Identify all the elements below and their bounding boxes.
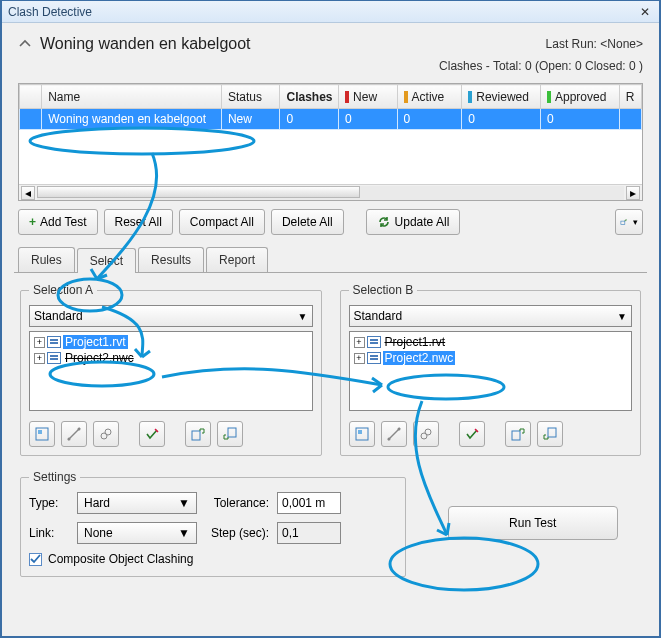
svg-rect-10 (358, 430, 362, 434)
clash-detective-window: Clash Detective ✕ Woning wanden en kabel… (0, 0, 661, 638)
svg-rect-8 (228, 428, 236, 437)
compact-all-button[interactable]: Compact All (179, 209, 265, 235)
update-all-button[interactable]: Update All (366, 209, 461, 235)
tab-select[interactable]: Select (77, 248, 136, 273)
sel-b-tool-4[interactable] (459, 421, 485, 447)
grid-col-reviewed[interactable]: Reviewed (462, 85, 541, 109)
step-input[interactable]: 0,1 (277, 522, 341, 544)
sel-a-tool-4[interactable] (139, 421, 165, 447)
expand-icon[interactable]: + (34, 353, 45, 364)
file-icon (47, 352, 61, 364)
sel-a-tool-6[interactable] (217, 421, 243, 447)
file-icon (47, 336, 61, 348)
grid-col-name[interactable]: Name (42, 85, 222, 109)
grid-header-row: Name Status Clashes New Active Reviewed … (20, 85, 642, 109)
sel-b-tool-2[interactable] (381, 421, 407, 447)
export-button[interactable]: ▾ (615, 209, 643, 235)
grid-col-active[interactable]: Active (397, 85, 462, 109)
horizontal-scrollbar[interactable]: ◂ ▸ (19, 184, 642, 200)
last-run: Last Run: <None> (546, 37, 643, 51)
delete-all-button[interactable]: Delete All (271, 209, 344, 235)
svg-point-6 (105, 429, 111, 435)
svg-point-11 (387, 438, 390, 441)
file-icon (367, 336, 381, 348)
selection-a-tree[interactable]: + Project1.rvt + Project2.nwc (29, 331, 313, 411)
svg-rect-16 (548, 428, 556, 437)
grid-col-status[interactable]: Status (221, 85, 280, 109)
tree-item[interactable]: + Project1.rvt (32, 334, 310, 350)
svg-rect-0 (621, 221, 625, 225)
titlebar: Clash Detective ✕ (2, 1, 659, 23)
table-row[interactable]: Woning wanden en kabelgoot New 0 0 0 0 0 (20, 109, 642, 130)
clash-summary: Clashes - Total: 0 (Open: 0 Closed: 0 ) (10, 57, 651, 79)
svg-rect-15 (512, 431, 520, 440)
type-dropdown[interactable]: Hard▼ (77, 492, 197, 514)
reset-all-button[interactable]: Reset All (104, 209, 173, 235)
tree-item[interactable]: + Project1.rvt (352, 334, 630, 350)
tabstrip: Rules Select Results Report (10, 247, 651, 272)
grid-col-clashes[interactable]: Clashes (280, 85, 339, 109)
grid-col-handle[interactable] (20, 85, 42, 109)
section-title: Woning wanden en kabelgoot (40, 35, 546, 53)
tab-rules[interactable]: Rules (18, 247, 75, 272)
settings-group: Settings Type: Hard▼ Tolerance: 0,001 m … (20, 470, 406, 577)
expand-icon[interactable]: + (354, 337, 365, 348)
svg-point-3 (68, 438, 71, 441)
grid-toolbar: +Add Test Reset All Compact All Delete A… (10, 201, 651, 243)
tree-item[interactable]: + Project2.nwc (352, 350, 630, 366)
tolerance-label: Tolerance: (205, 496, 269, 510)
sel-a-tool-5[interactable] (185, 421, 211, 447)
grid-col-r[interactable]: R (619, 85, 641, 109)
grid-col-approved[interactable]: Approved (540, 85, 619, 109)
svg-point-12 (397, 428, 400, 431)
expand-icon[interactable]: + (354, 353, 365, 364)
run-test-button[interactable]: Run Test (448, 506, 618, 540)
expand-icon[interactable]: + (34, 337, 45, 348)
scroll-right-icon[interactable]: ▸ (626, 186, 640, 200)
svg-rect-2 (38, 430, 42, 434)
sel-a-tool-3[interactable] (93, 421, 119, 447)
selection-b-mode-dropdown[interactable]: Standard▼ (349, 305, 633, 327)
grid-col-new[interactable]: New (339, 85, 398, 109)
selection-a-mode-dropdown[interactable]: Standard▼ (29, 305, 313, 327)
file-icon (367, 352, 381, 364)
tests-grid: Name Status Clashes New Active Reviewed … (18, 83, 643, 201)
checkbox-icon (29, 553, 42, 566)
link-label: Link: (29, 526, 69, 540)
add-test-button[interactable]: +Add Test (18, 209, 98, 235)
sel-a-tool-2[interactable] (61, 421, 87, 447)
section-header: Woning wanden en kabelgoot Last Run: <No… (10, 31, 651, 57)
svg-point-4 (78, 428, 81, 431)
selection-b-group: Selection B Standard▼ + Project1.rvt + (340, 283, 642, 456)
link-dropdown[interactable]: None▼ (77, 522, 197, 544)
scroll-left-icon[interactable]: ◂ (21, 186, 35, 200)
selection-a-group: Selection A Standard▼ + Project1.rvt + (20, 283, 322, 456)
sel-b-tool-6[interactable] (537, 421, 563, 447)
close-icon[interactable]: ✕ (637, 4, 653, 20)
composite-checkbox[interactable]: Composite Object Clashing (29, 552, 193, 566)
sel-b-tool-1[interactable] (349, 421, 375, 447)
sel-b-tool-3[interactable] (413, 421, 439, 447)
type-label: Type: (29, 496, 69, 510)
scroll-thumb[interactable] (37, 186, 360, 198)
sel-a-tool-1[interactable] (29, 421, 55, 447)
window-title: Clash Detective (8, 5, 637, 19)
tab-results[interactable]: Results (138, 247, 204, 272)
svg-rect-7 (192, 431, 200, 440)
tab-report[interactable]: Report (206, 247, 268, 272)
sel-b-tool-5[interactable] (505, 421, 531, 447)
tree-item[interactable]: + Project2.nwc (32, 350, 310, 366)
step-label: Step (sec): (205, 526, 269, 540)
collapse-icon[interactable] (18, 37, 32, 51)
svg-point-14 (425, 429, 431, 435)
selection-b-tree[interactable]: + Project1.rvt + Project2.nwc (349, 331, 633, 411)
tolerance-input[interactable]: 0,001 m (277, 492, 341, 514)
